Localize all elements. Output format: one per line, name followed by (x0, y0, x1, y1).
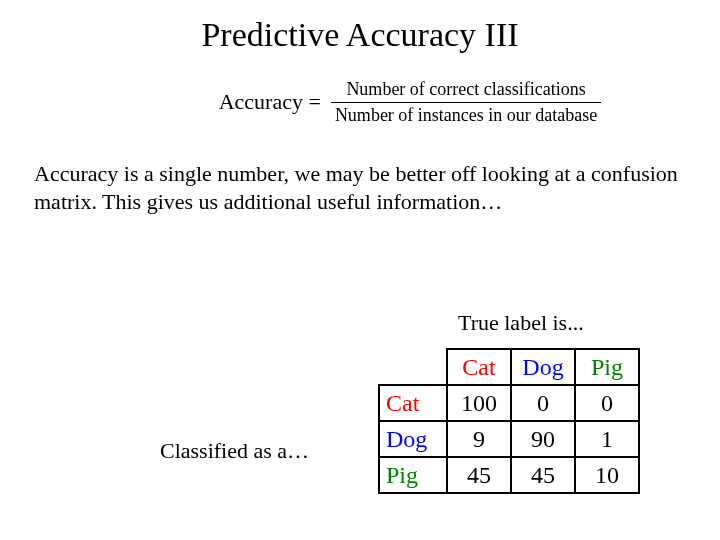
cell: 100 (447, 385, 511, 421)
cell: 1 (575, 421, 639, 457)
col-header-pig: Pig (575, 349, 639, 385)
cell: 45 (447, 457, 511, 493)
cell: 45 (511, 457, 575, 493)
cell: 9 (447, 421, 511, 457)
body-paragraph: Accuracy is a single number, we may be b… (34, 160, 686, 215)
table-row: Cat Dog Pig (379, 349, 639, 385)
formula-lhs: Accuracy = (219, 89, 321, 115)
cell: 10 (575, 457, 639, 493)
col-header-dog: Dog (511, 349, 575, 385)
slide-title: Predictive Accuracy III (30, 16, 690, 54)
row-header-pig: Pig (379, 457, 447, 493)
formula-fraction: Number of correct classifications Number… (331, 78, 601, 126)
confusion-matrix: Cat Dog Pig Cat 100 0 0 Dog 9 90 1 Pig 4… (378, 348, 640, 494)
cell: 0 (511, 385, 575, 421)
table-row: Cat 100 0 0 (379, 385, 639, 421)
col-header-cat: Cat (447, 349, 511, 385)
row-header-dog: Dog (379, 421, 447, 457)
cell: 0 (575, 385, 639, 421)
true-label-caption: True label is... (458, 310, 584, 336)
table-row: Dog 9 90 1 (379, 421, 639, 457)
classified-label-caption: Classified as a… (160, 438, 309, 464)
slide: Predictive Accuracy III Accuracy = Numbe… (0, 0, 720, 540)
accuracy-formula: Accuracy = Number of correct classificat… (130, 78, 690, 126)
cell: 90 (511, 421, 575, 457)
table-row: Pig 45 45 10 (379, 457, 639, 493)
row-header-cat: Cat (379, 385, 447, 421)
empty-corner (379, 349, 447, 385)
formula-denominator: Number of instances in our database (331, 102, 601, 127)
formula-numerator: Number of correct classifications (342, 78, 589, 102)
